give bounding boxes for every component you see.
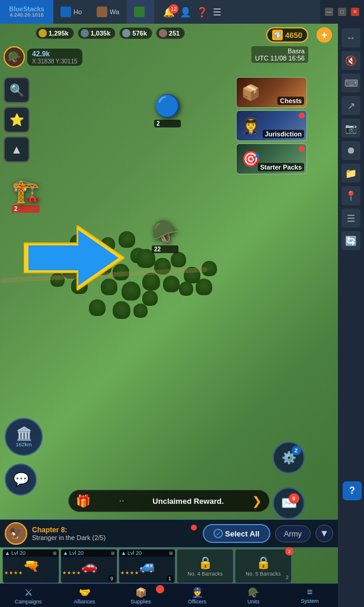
food-value: 1,295k bbox=[49, 30, 69, 37]
add-premium-button[interactable]: + bbox=[317, 27, 332, 43]
officers-label: Officers bbox=[188, 599, 206, 605]
question-icon[interactable]: ❓ bbox=[196, 7, 208, 18]
system-icon: ≡ bbox=[307, 587, 312, 598]
unit-type-icon-2: ⊞ bbox=[111, 551, 115, 556]
select-all-label: Select All bbox=[225, 529, 260, 538]
sidebar-screenshot-btn[interactable]: 📷 bbox=[341, 119, 360, 138]
rank-button[interactable]: ⭐ bbox=[4, 107, 30, 133]
sidebar-settings-btn[interactable]: ☰ bbox=[341, 209, 360, 228]
locked-card-5[interactable]: 🔒 No. 5 Barracks bbox=[235, 549, 292, 583]
nav-campaigns[interactable]: ⚔ Campaigns bbox=[0, 584, 56, 607]
unclaimed-chevron[interactable]: ❯ bbox=[252, 494, 262, 508]
sidebar-newwindow-btn[interactable]: ↗ bbox=[341, 96, 360, 115]
unit-level-up-icon-2: ▲ bbox=[63, 550, 68, 556]
unit-level-up-icon-1: ▲ bbox=[5, 550, 10, 556]
nav-supplies[interactable]: 📦 Supplies · bbox=[113, 584, 169, 607]
unit-stars-3: ★★★★ bbox=[120, 570, 139, 576]
server-info: Basra UTC 11/08 16:56 bbox=[251, 46, 308, 63]
chests-label: Chests bbox=[277, 97, 304, 105]
locked-label-5: No. 5 Barracks bbox=[245, 571, 281, 577]
quest-icon: 🦅 bbox=[5, 522, 27, 545]
sidebar-location-btn[interactable]: 📍 bbox=[341, 186, 360, 205]
unclaimed-dots: ·· bbox=[119, 496, 124, 506]
nav-alliances[interactable]: 🤝 Alliances bbox=[56, 584, 113, 607]
minimize-button[interactable]: — bbox=[325, 8, 333, 16]
supplies-badge: · bbox=[156, 585, 164, 593]
unit-card-header-2: ▲ Lvl 20 ⊞ bbox=[61, 550, 117, 557]
food-resource[interactable]: 1,295k bbox=[36, 27, 74, 39]
locked-card-4[interactable]: 🔒 No. 4 Barracks bbox=[177, 549, 234, 583]
jurisdiction-badge bbox=[299, 113, 305, 119]
select-all-button[interactable]: ✓ Select All bbox=[203, 524, 270, 543]
sidebar-rotate-btn[interactable]: 🔄 bbox=[341, 231, 360, 250]
menu-icon[interactable]: ☰ bbox=[213, 7, 221, 18]
player-avatar[interactable]: 🪖 bbox=[4, 46, 25, 68]
starter-packs-label: Starter Packs bbox=[258, 163, 304, 171]
steel-resource[interactable]: 576k bbox=[119, 27, 152, 39]
bs-tab-home[interactable]: Ho bbox=[53, 0, 90, 24]
nav-system[interactable]: ≡ System bbox=[282, 584, 338, 607]
campaigns-label: Campaigns bbox=[15, 599, 42, 605]
locked-label-4: No. 4 Barracks bbox=[187, 571, 223, 577]
notification-bell[interactable]: 🔔 12 bbox=[163, 7, 175, 18]
unclaimed-reward-bar: 🎁 ·· Unclaimed Reward. ❯ bbox=[68, 490, 270, 512]
unit-type-icon-3: ⊞ bbox=[169, 551, 173, 556]
sidebar-mute-btn[interactable]: 🔇 bbox=[341, 51, 360, 70]
home-tab-icon bbox=[60, 7, 71, 17]
unit-card-tank1[interactable]: ▲ Lvl 20 ⊞ 🚗 ★★★★ 9 bbox=[60, 549, 117, 583]
autocollect-button[interactable]: ⚙️ Z bbox=[273, 442, 305, 474]
jurisdiction-panel[interactable]: 👩‍✈️ Jurisdiction bbox=[236, 110, 307, 141]
help-button[interactable]: ? bbox=[343, 481, 362, 500]
jurisdiction-label: Jurisdiction bbox=[263, 130, 304, 138]
oil-value: 1,035k bbox=[91, 30, 111, 37]
sidebar-folder-btn[interactable]: 📁 bbox=[341, 164, 360, 183]
nav-units[interactable]: 🪖 Units bbox=[225, 584, 282, 607]
user-icon[interactable]: 👤 bbox=[180, 7, 191, 18]
direction-arrow bbox=[24, 225, 124, 290]
arrow-indicator bbox=[24, 225, 124, 293]
sidebar-keyboard-btn[interactable]: ⌨ bbox=[341, 74, 360, 92]
unit-card-tank2[interactable]: ▲ Lvl 20 ⊞ 🚙 ★★★★ 1 bbox=[119, 549, 175, 583]
sidebar-fullscreen-btn[interactable]: ↔ bbox=[341, 28, 360, 47]
expand-button[interactable]: ▲ bbox=[4, 136, 30, 162]
sidebar-record-btn[interactable]: ⏺ bbox=[341, 141, 360, 160]
premium-amount: 4650 bbox=[285, 31, 302, 40]
quest-text: Chapter 8: Stranger in the Dark (2/5) bbox=[32, 526, 186, 541]
premium-icon: 💎 bbox=[272, 30, 283, 40]
manpower-resource[interactable]: 251 bbox=[156, 27, 185, 39]
army-button[interactable]: Army bbox=[275, 525, 311, 542]
unit-stars-2: ★★★★ bbox=[62, 570, 81, 576]
game-area: 🏗️ 2 🔵 2 🪖 22 1,295k 1,035k 5 bbox=[0, 24, 338, 607]
supplies-label: Supplies bbox=[130, 599, 151, 605]
chat-button[interactable]: 💬 bbox=[5, 464, 37, 496]
manpower-value: 251 bbox=[169, 30, 180, 37]
player-coords: X:31838 Y:30115 bbox=[32, 58, 78, 65]
chests-panel[interactable]: 📦 Chests bbox=[236, 77, 307, 108]
bs-tab-game2[interactable] bbox=[127, 0, 155, 24]
mail-inner: ✉️ 5 bbox=[281, 496, 297, 511]
mail-button[interactable]: ✉️ 5 bbox=[273, 487, 305, 519]
unit-count-3: 1 bbox=[167, 576, 173, 582]
oil-resource[interactable]: 1,035k bbox=[78, 27, 116, 39]
building-button[interactable]: 🏛️ 162km bbox=[5, 418, 43, 456]
starter-packs-panel[interactable]: 🎯 Starter Packs bbox=[236, 143, 307, 174]
maximize-button[interactable]: □ bbox=[338, 8, 346, 16]
quest-description: Stranger in the Dark (2/5) bbox=[32, 534, 186, 541]
bluestacks-topbar: BlueStacks 4.240.20.1016 Ho Wa 🔔 12 👤 ❓ bbox=[0, 0, 364, 24]
bottom-navigation: ⚔ Campaigns 🤝 Alliances 📦 Supplies · 👮 O… bbox=[0, 583, 338, 607]
bluestacks-logo: BlueStacks 4.240.20.1016 bbox=[0, 0, 53, 24]
alliances-label: Alliances bbox=[74, 599, 95, 605]
search-button[interactable]: 🔍 bbox=[4, 77, 30, 103]
quest-expand-button[interactable]: ▼ bbox=[315, 525, 333, 542]
bs-right-sidebar: ↔ 🔇 ⌨ ↗ 📷 ⏺ 📁 📍 ☰ 🔄 bbox=[338, 24, 364, 607]
nav-officers[interactable]: 👮 Officers bbox=[169, 584, 225, 607]
game1-tab-label: Wa bbox=[110, 8, 119, 15]
player-info-bar: 🪖 42.9k X:31838 Y:30115 bbox=[4, 46, 82, 68]
premium-display[interactable]: 💎 4650 bbox=[266, 27, 308, 43]
tank-unit-mid: 🪖 22 bbox=[152, 219, 178, 253]
unit-card-header-3: ▲ Lvl 20 ⊞ bbox=[119, 550, 175, 557]
unit-card-rifle[interactable]: ▲ Lvl 20 ⊞ 🔫 ★★★★ bbox=[2, 549, 59, 583]
units-icon: 🪖 bbox=[248, 587, 260, 598]
bs-tab-game1[interactable]: Wa bbox=[90, 0, 127, 24]
close-button[interactable]: ✕ bbox=[351, 8, 359, 16]
